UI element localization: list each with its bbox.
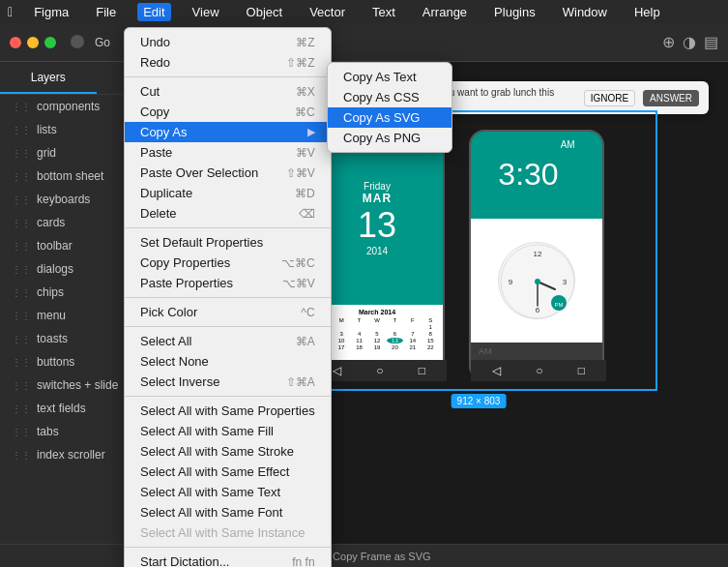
copy-as-submenu: Copy As Text Copy As CSS Copy As SVG Cop… — [327, 62, 452, 153]
menubar-window[interactable]: Window — [557, 3, 613, 21]
sidebar-item-label: cards — [37, 216, 65, 229]
submenu-copy-as-text-label: Copy As Text — [343, 70, 417, 84]
toggle-icon[interactable]: ◑ — [683, 33, 696, 51]
menu-paste-props-label: Paste Properties — [140, 276, 233, 290]
menu-copy-label: Copy — [140, 104, 169, 119]
menu-dictation[interactable]: Start Dictation... fn fn — [125, 552, 331, 567]
sidebar-item-label: lists — [37, 123, 57, 136]
buttons-icon: ⋮⋮ — [12, 357, 31, 368]
menu-cut[interactable]: Cut ⌘X — [125, 81, 331, 102]
answer-button[interactable]: ANSWER — [643, 90, 699, 106]
menu-select-same-props[interactable]: Select All with Same Properties — [125, 401, 331, 421]
menubar-figma[interactable]: Figma — [28, 3, 74, 21]
svg-text:PM: PM — [555, 302, 564, 308]
menu-select-same-text-label: Select All with Same Text — [140, 485, 280, 499]
menubar:  Figma File Edit View Object Vector Tex… — [0, 0, 728, 23]
window-control-close[interactable] — [10, 37, 21, 48]
menu-select-same-font-label: Select All with Same Font — [140, 505, 282, 520]
sidebar-item-label: text fields — [37, 402, 86, 415]
ignore-button[interactable]: IGNORE — [584, 90, 635, 106]
menubar-view[interactable]: View — [187, 3, 225, 21]
menu-pick-color[interactable]: Pick Color ^C — [125, 302, 331, 322]
menubar-file[interactable]: File — [90, 3, 122, 21]
menu-paste-over[interactable]: Paste Over Selection ⇧⌘V — [125, 163, 331, 183]
submenu-copy-as-png[interactable]: Copy As PNG — [328, 128, 451, 148]
separator-3 — [125, 297, 331, 298]
menu-redo-shortcut: ⇧⌘Z — [286, 56, 314, 70]
menu-redo[interactable]: Redo ⇧⌘Z — [125, 52, 331, 73]
menu-undo[interactable]: Undo ⌘Z — [125, 32, 331, 52]
menu-cut-label: Cut — [140, 84, 160, 99]
menu-select-inverse[interactable]: Select Inverse ⇧⌘A — [125, 372, 331, 392]
phone-frame-2: 3:30 AM 12 3 6 9 — [469, 130, 604, 381]
submenu-copy-as-svg[interactable]: Copy As SVG — [328, 107, 451, 128]
sidebar-item-label: menu — [37, 309, 66, 322]
sidebar-item-label: buttons — [37, 355, 74, 369]
menu-copy-props-label: Copy Properties — [140, 255, 230, 270]
menu-select-same-instance: Select All with Same Instance — [125, 522, 331, 543]
menubar-edit[interactable]: Edit — [137, 3, 170, 21]
menu-set-default[interactable]: Set Default Properties — [125, 232, 331, 253]
svg-text:3: 3 — [563, 278, 568, 286]
submenu-copy-as-svg-label: Copy As SVG — [343, 110, 420, 125]
svg-text:12: 12 — [534, 250, 542, 258]
menu-select-same-effect[interactable]: Select All with Same Effect — [125, 462, 331, 482]
component-icon: ⋮⋮ — [12, 102, 31, 112]
menu-duplicate[interactable]: Duplicate ⌘D — [125, 183, 331, 203]
menu-copy-as[interactable]: Copy As ▶ — [125, 122, 331, 142]
menu-icon: ⋮⋮ — [12, 311, 31, 321]
sidebar-item-label: grid — [37, 146, 56, 160]
menu-set-default-label: Set Default Properties — [140, 235, 263, 250]
phone-month: MAR — [363, 192, 392, 205]
menu-paste[interactable]: Paste ⌘V — [125, 142, 331, 163]
layers-icon[interactable]: ▤ — [704, 33, 718, 51]
toolbar-go-label: Go — [95, 36, 110, 49]
menu-select-none[interactable]: Select None — [125, 351, 331, 372]
menubar-object[interactable]: Object — [241, 3, 289, 21]
context-menu: Undo ⌘Z Redo ⇧⌘Z Cut ⌘X Copy ⌘C Copy As … — [124, 27, 332, 567]
menubar-plugins[interactable]: Plugins — [488, 3, 541, 21]
menubar-arrange[interactable]: Arrange — [417, 3, 473, 21]
menu-pick-color-shortcut: ^C — [301, 306, 314, 319]
switches-icon: ⋮⋮ — [12, 380, 31, 391]
menu-paste-props[interactable]: Paste Properties ⌥⌘V — [125, 273, 331, 293]
menu-select-inverse-label: Select Inverse — [140, 374, 219, 389]
apple-menu[interactable]:  — [8, 4, 13, 19]
menu-select-same-font[interactable]: Select All with Same Font — [125, 502, 331, 522]
menu-dictation-shortcut: fn fn — [292, 555, 314, 568]
svg-point-0 — [71, 35, 84, 48]
menu-redo-label: Redo — [140, 55, 170, 70]
menu-select-all[interactable]: Select All ⌘A — [125, 331, 331, 351]
menubar-text[interactable]: Text — [366, 3, 401, 21]
window-control-maximize[interactable] — [44, 37, 56, 48]
toolbar: Go ▶ ⊞ ⊕ ◑ ▤ — [0, 23, 728, 62]
sidebar-item-label: switches + slide — [37, 378, 118, 392]
phone-date-number: 13 — [358, 205, 396, 246]
phone-clock-face: 12 3 6 9 PM — [498, 242, 575, 319]
menubar-vector[interactable]: Vector — [304, 3, 351, 21]
toasts-icon: ⋮⋮ — [12, 334, 31, 344]
menu-copy-props[interactable]: Copy Properties ⌥⌘C — [125, 253, 331, 273]
submenu-copy-as-text[interactable]: Copy As Text — [328, 67, 451, 87]
menu-select-same-stroke[interactable]: Select All with Same Stroke — [125, 441, 331, 462]
phone-screen-2: 3:30 AM 12 3 6 9 — [469, 130, 604, 381]
sidebar-item-label: toasts — [37, 332, 68, 345]
svg-text:9: 9 — [509, 278, 513, 286]
grid-icon: ⋮⋮ — [12, 148, 31, 159]
menu-copy[interactable]: Copy ⌘C — [125, 102, 331, 122]
text-fields-icon: ⋮⋮ — [12, 403, 31, 414]
menu-delete-shortcut: ⌫ — [299, 207, 315, 221]
submenu-copy-as-css[interactable]: Copy As CSS — [328, 87, 451, 107]
sidebar-item-label: toolbar — [37, 239, 73, 253]
menu-select-same-text[interactable]: Select All with Same Text — [125, 482, 331, 502]
tab-layers[interactable]: Layers — [0, 62, 97, 94]
menu-select-same-fill[interactable]: Select All with Same Fill — [125, 421, 331, 441]
share-icon[interactable]: ⊕ — [662, 33, 675, 51]
menu-delete[interactable]: Delete ⌫ — [125, 203, 331, 224]
menubar-help[interactable]: Help — [628, 3, 666, 21]
window-control-minimize[interactable] — [27, 37, 39, 48]
tabs-icon: ⋮⋮ — [12, 427, 31, 437]
separator-5 — [125, 396, 331, 397]
submenu-copy-as-png-label: Copy As PNG — [343, 131, 421, 145]
toolbar-icon: ⋮⋮ — [12, 241, 31, 252]
